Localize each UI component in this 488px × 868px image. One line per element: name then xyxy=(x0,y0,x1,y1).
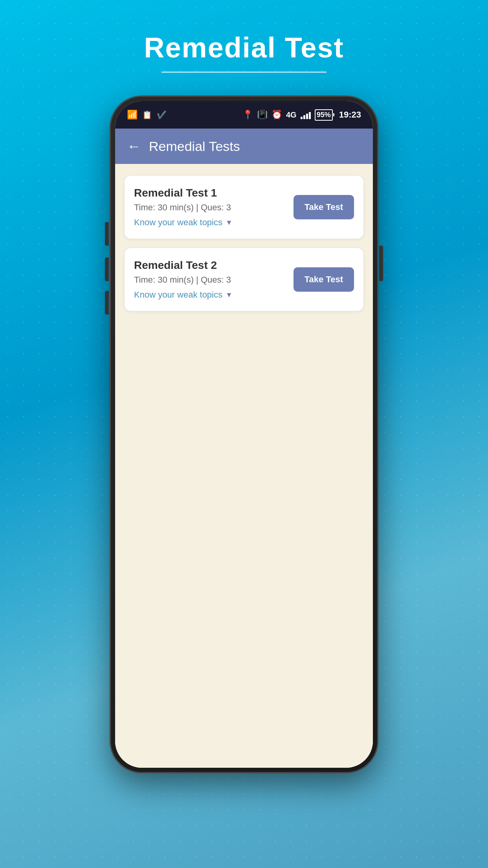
status-left: 📶 📋 ✔️ xyxy=(127,110,167,120)
check-icon: ✔️ xyxy=(157,110,167,120)
status-right: 📍 📳 ⏰ 4G 95% 19:23 xyxy=(242,109,361,121)
app-header-title: Remedial Tests xyxy=(149,139,240,154)
vibrate-icon: 📳 xyxy=(257,110,268,120)
weak-topics-1-label: Know your weak topics xyxy=(134,217,222,228)
test-card-2-left: Remedial Test 2 Time: 30 min(s) | Ques: … xyxy=(134,259,286,300)
phone-screen: 📶 📋 ✔️ 📍 📳 ⏰ 4G 95% xyxy=(115,101,373,768)
test-card-2-weak-topics[interactable]: Know your weak topics ▼ xyxy=(134,290,286,300)
wifi-icon: 📶 xyxy=(127,110,138,120)
signal-strength-icon xyxy=(301,110,311,119)
test-card-2-meta: Time: 30 min(s) | Ques: 3 xyxy=(134,275,286,285)
dropdown-arrow-1: ▼ xyxy=(226,219,233,227)
app-header: ← Remedial Tests xyxy=(115,129,373,164)
title-underline xyxy=(161,72,327,73)
battery-icon: 95% xyxy=(315,109,333,121)
test-card-1-meta: Time: 30 min(s) | Ques: 3 xyxy=(134,202,286,213)
network-label: 4G xyxy=(286,110,297,120)
test-card-1: Remedial Test 1 Time: 30 min(s) | Ques: … xyxy=(125,176,363,239)
test-card-1-weak-topics[interactable]: Know your weak topics ▼ xyxy=(134,217,286,228)
test-card-1-left: Remedial Test 1 Time: 30 min(s) | Ques: … xyxy=(134,187,286,228)
test-card-2-title: Remedial Test 2 xyxy=(134,259,286,272)
battery-percent: 95% xyxy=(317,111,331,119)
test-card-1-title: Remedial Test 1 xyxy=(134,187,286,199)
take-test-1-button[interactable]: Take Test xyxy=(294,195,354,219)
status-bar: 📶 📋 ✔️ 📍 📳 ⏰ 4G 95% xyxy=(115,101,373,129)
location-icon: 📍 xyxy=(242,110,253,120)
dropdown-arrow-2: ▼ xyxy=(226,291,233,299)
take-test-2-button[interactable]: Take Test xyxy=(294,267,354,292)
phone-outer: 📶 📋 ✔️ 📍 📳 ⏰ 4G 95% xyxy=(110,96,378,772)
page-title: Remedial Test xyxy=(144,31,344,64)
content-area: Remedial Test 1 Time: 30 min(s) | Ques: … xyxy=(115,164,373,768)
back-button[interactable]: ← xyxy=(127,138,141,154)
test-card-2: Remedial Test 2 Time: 30 min(s) | Ques: … xyxy=(125,248,363,311)
weak-topics-2-label: Know your weak topics xyxy=(134,290,222,300)
notification-icon: 📋 xyxy=(142,110,152,120)
alarm-icon: ⏰ xyxy=(272,110,282,120)
page-title-section: Remedial Test xyxy=(144,31,344,73)
clock-time: 19:23 xyxy=(339,110,361,120)
phone-wrapper: 📶 📋 ✔️ 📍 📳 ⏰ 4G 95% xyxy=(110,96,378,772)
